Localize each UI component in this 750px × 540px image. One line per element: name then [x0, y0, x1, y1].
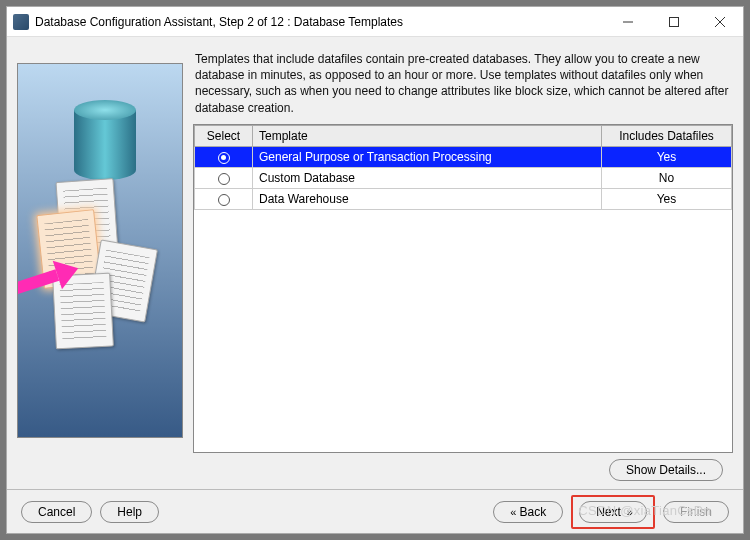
template-name: Data Warehouse: [253, 188, 602, 209]
button-label: Show Details...: [626, 463, 706, 477]
next-button[interactable]: Next »: [579, 501, 647, 523]
table-row[interactable]: Custom Database No: [195, 167, 732, 188]
finish-button: Finish: [663, 501, 729, 523]
table-row[interactable]: General Purpose or Transaction Processin…: [195, 146, 732, 167]
maximize-button[interactable]: [651, 7, 697, 37]
chevron-right-icon: »: [627, 506, 630, 518]
button-label: Help: [117, 505, 142, 519]
radio-icon[interactable]: [218, 173, 230, 185]
button-label: Cancel: [38, 505, 75, 519]
button-label: Finish: [680, 505, 712, 519]
step-description: Templates that include datafiles contain…: [193, 49, 733, 124]
details-row: Show Details...: [193, 453, 733, 483]
show-details-button[interactable]: Show Details...: [609, 459, 723, 481]
table-header-row: Select Template Includes Datafiles: [195, 125, 732, 146]
col-select: Select: [195, 125, 253, 146]
next-highlight: Next »: [571, 495, 655, 529]
minimize-button[interactable]: [605, 7, 651, 37]
svg-rect-1: [670, 17, 679, 26]
includes-datafiles: No: [602, 167, 732, 188]
chevron-left-icon: «: [510, 506, 513, 518]
app-icon: [13, 14, 29, 30]
content-area: Templates that include datafiles contain…: [7, 37, 743, 489]
back-button[interactable]: « Back: [493, 501, 563, 523]
template-name: Custom Database: [253, 167, 602, 188]
titlebar[interactable]: Database Configuration Assistant, Step 2…: [7, 7, 743, 37]
col-template: Template: [253, 125, 602, 146]
wizard-illustration: [17, 63, 183, 438]
table-row[interactable]: Data Warehouse Yes: [195, 188, 732, 209]
help-button[interactable]: Help: [100, 501, 159, 523]
button-label: Next: [596, 505, 621, 519]
button-label: Back: [519, 505, 546, 519]
templates-table: Select Template Includes Datafiles Gener…: [193, 124, 733, 453]
close-button[interactable]: [697, 7, 743, 37]
includes-datafiles: Yes: [602, 188, 732, 209]
cancel-button[interactable]: Cancel: [21, 501, 92, 523]
wizard-footer: Cancel Help « Back Next » Finish: [7, 489, 743, 533]
radio-icon[interactable]: [218, 152, 230, 164]
main-panel: Templates that include datafiles contain…: [193, 49, 733, 483]
col-includes: Includes Datafiles: [602, 125, 732, 146]
includes-datafiles: Yes: [602, 146, 732, 167]
template-name: General Purpose or Transaction Processin…: [253, 146, 602, 167]
dbca-window: Database Configuration Assistant, Step 2…: [6, 6, 744, 534]
cylinder-icon: [74, 100, 136, 180]
radio-icon[interactable]: [218, 194, 230, 206]
window-title: Database Configuration Assistant, Step 2…: [35, 15, 605, 29]
